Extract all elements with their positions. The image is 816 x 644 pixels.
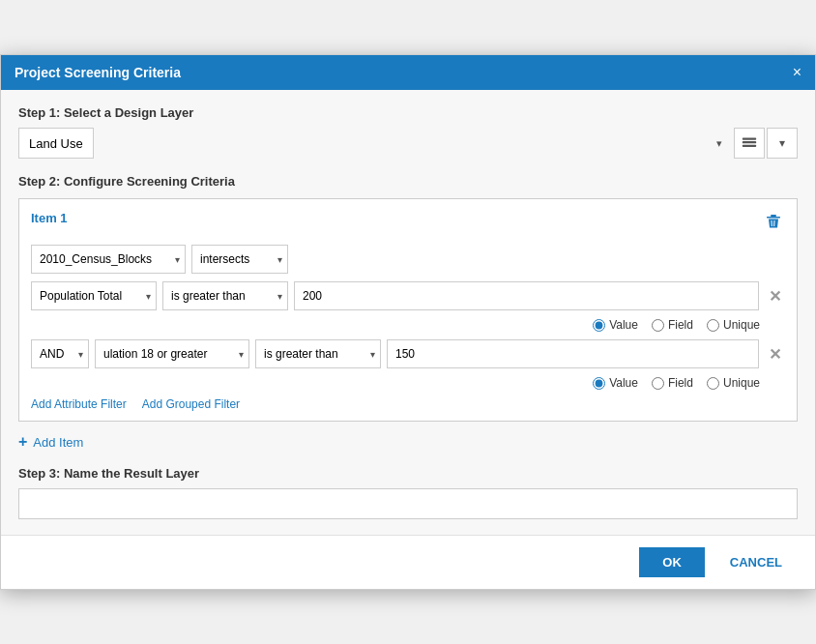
trash-icon bbox=[766, 216, 781, 232]
svg-rect-3 bbox=[771, 215, 776, 217]
close-button[interactable]: × bbox=[793, 65, 801, 80]
dialog-title: Project Screening Criteria bbox=[15, 65, 181, 80]
dialog-footer: OK CANCEL bbox=[1, 535, 815, 589]
census-wrapper: 2010_Census_Blocks bbox=[31, 245, 186, 274]
filter2-unique-radio[interactable]: Unique bbox=[707, 376, 760, 390]
intersects-select[interactable]: intersects bbox=[191, 245, 288, 274]
dialog-body: Step 1: Select a Design Layer Land Use bbox=[1, 90, 815, 535]
filter2-radio-row: Value Field Unique bbox=[31, 376, 785, 390]
remove-filter2-button[interactable]: ✕ bbox=[765, 343, 785, 366]
item-title: Item 1 bbox=[31, 211, 68, 225]
filter1-unique-radio[interactable]: Unique bbox=[707, 318, 760, 332]
remove-filter1-button[interactable]: ✕ bbox=[765, 285, 785, 307]
filter2-value-radio[interactable]: Value bbox=[593, 376, 638, 390]
delete-item-button[interactable] bbox=[762, 212, 785, 235]
item-box: Item 1 2010_Census_Blocks bbox=[18, 198, 798, 422]
add-item-label: Add Item bbox=[33, 435, 83, 450]
layer-icon-button[interactable] bbox=[734, 128, 765, 159]
svg-rect-4 bbox=[767, 217, 780, 219]
pop-field-wrapper: Population Total bbox=[31, 281, 157, 310]
layer-select[interactable]: Land Use bbox=[18, 128, 94, 159]
layer-select-wrapper: Land Use bbox=[18, 128, 730, 159]
condition1-select[interactable]: is greater than bbox=[162, 281, 288, 310]
cancel-button[interactable]: CANCEL bbox=[714, 547, 798, 577]
filter1-row: Population Total is greater than ✕ bbox=[31, 281, 785, 310]
add-attribute-filter-button[interactable]: Add Attribute Filter bbox=[31, 397, 127, 411]
x-icon: ✕ bbox=[769, 288, 781, 305]
svg-rect-0 bbox=[743, 137, 756, 139]
condition2-wrapper: is greater than bbox=[255, 339, 381, 368]
census-filter-row: 2010_Census_Blocks intersects bbox=[31, 245, 785, 274]
pop-field-select[interactable]: Population Total bbox=[31, 281, 157, 310]
dialog: Project Screening Criteria × Step 1: Sel… bbox=[0, 54, 816, 590]
add-grouped-filter-button[interactable]: Add Grouped Filter bbox=[142, 397, 240, 411]
step3-label: Step 3: Name the Result Layer bbox=[18, 466, 798, 481]
svg-rect-2 bbox=[743, 144, 756, 146]
svg-rect-1 bbox=[743, 141, 756, 143]
intersects-wrapper: intersects bbox=[191, 245, 288, 274]
add-links-row: Add Attribute Filter Add Grouped Filter bbox=[31, 397, 785, 411]
filter1-radio-row: Value Field Unique bbox=[31, 318, 785, 332]
filter2-value-input[interactable] bbox=[387, 339, 759, 368]
pop18-wrapper: ulation 18 or greater bbox=[95, 339, 249, 368]
pop18-select[interactable]: ulation 18 or greater bbox=[95, 339, 249, 368]
step1-row: Land Use ▾ bbox=[18, 128, 798, 159]
filter2-row: AND OR ulation 18 or greater is greater … bbox=[31, 339, 785, 368]
x-icon-2: ✕ bbox=[769, 346, 781, 363]
census-select[interactable]: 2010_Census_Blocks bbox=[31, 245, 186, 274]
and-select[interactable]: AND OR bbox=[31, 339, 89, 368]
filter2-field-radio[interactable]: Field bbox=[652, 376, 693, 390]
filter1-value-input[interactable] bbox=[294, 281, 759, 310]
result-layer-input[interactable] bbox=[18, 488, 798, 519]
step2-label: Step 2: Configure Screening Criteria bbox=[18, 174, 798, 189]
filter1-value-radio[interactable]: Value bbox=[593, 318, 638, 332]
layer-icons: ▾ bbox=[734, 128, 798, 159]
chevron-down-icon: ▾ bbox=[779, 136, 785, 150]
step1-label: Step 1: Select a Design Layer bbox=[18, 105, 798, 120]
and-wrapper: AND OR bbox=[31, 339, 89, 368]
add-item-plus-icon: + bbox=[18, 433, 27, 451]
layer-dropdown-button[interactable]: ▾ bbox=[767, 128, 798, 159]
filter1-field-radio[interactable]: Field bbox=[652, 318, 693, 332]
ok-button[interactable]: OK bbox=[639, 547, 705, 577]
layers-icon bbox=[741, 133, 758, 154]
condition2-select[interactable]: is greater than bbox=[255, 339, 381, 368]
add-item-row[interactable]: + Add Item bbox=[18, 433, 798, 451]
condition1-wrapper: is greater than bbox=[162, 281, 288, 310]
dialog-header: Project Screening Criteria × bbox=[1, 55, 815, 90]
